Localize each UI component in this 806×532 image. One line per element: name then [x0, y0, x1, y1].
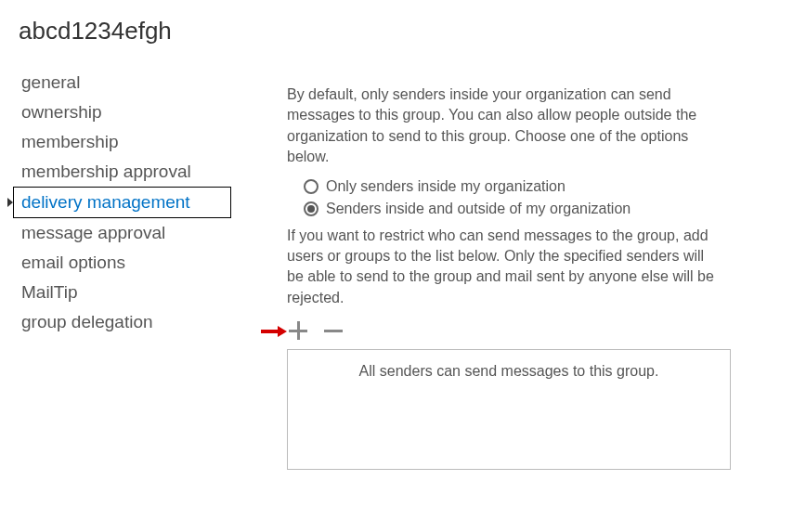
sidebar-item-message-approval[interactable]: message approval: [13, 218, 231, 248]
sidebar-item-membership[interactable]: membership: [13, 127, 231, 157]
sidebar-item-label: ownership: [21, 102, 102, 123]
sidebar-item-label: membership approval: [21, 162, 191, 182]
sidebar-item-label: group delegation: [21, 312, 153, 332]
senders-toolbar: [287, 319, 723, 342]
sidebar-item-label: delivery management: [21, 192, 190, 213]
radio-label: Senders inside and outside of my organiz…: [326, 201, 630, 217]
sidebar-item-label: email options: [21, 253, 125, 273]
senders-listbox[interactable]: All senders can send messages to this gr…: [287, 349, 731, 470]
sidebar-item-group-delegation[interactable]: group delegation: [13, 307, 231, 337]
page-title: abcd1234efgh: [0, 0, 806, 58]
main-container: general ownership membership membership …: [0, 58, 806, 470]
sidebar-item-membership-approval[interactable]: membership approval: [13, 157, 231, 187]
sidebar-item-general[interactable]: general: [13, 68, 231, 97]
svg-marker-0: [261, 326, 287, 337]
radio-inside-and-outside[interactable]: Senders inside and outside of my organiz…: [287, 198, 723, 220]
sidebar: general ownership membership membership …: [13, 58, 231, 470]
radio-icon: [304, 201, 318, 216]
radio-icon: [304, 179, 318, 194]
sidebar-item-mailtip[interactable]: MailTip: [13, 278, 231, 307]
caret-right-icon: [7, 198, 13, 207]
annotation-arrow-icon: [261, 326, 287, 337]
minus-icon: [324, 321, 343, 340]
remove-sender-button[interactable]: [322, 319, 344, 342]
sidebar-item-delivery-management[interactable]: delivery management: [13, 187, 231, 218]
intro-text: By default, only senders inside your org…: [287, 84, 723, 168]
sidebar-item-label: message approval: [21, 223, 165, 243]
plus-icon: [289, 321, 307, 340]
sidebar-item-label: membership: [21, 132, 119, 152]
add-sender-button[interactable]: [287, 319, 309, 342]
restrict-text: If you want to restrict who can send mes…: [287, 226, 723, 309]
radio-selected-dot: [307, 205, 315, 213]
sidebar-item-label: general: [21, 72, 80, 93]
radio-label: Only senders inside my organization: [326, 178, 566, 195]
sidebar-item-label: MailTip: [21, 282, 78, 303]
content-panel: By default, only senders inside your org…: [231, 58, 751, 470]
radio-only-inside[interactable]: Only senders inside my organization: [287, 175, 723, 198]
senders-placeholder-text: All senders can send messages to this gr…: [359, 363, 659, 379]
sidebar-item-ownership[interactable]: ownership: [13, 97, 231, 127]
sidebar-item-email-options[interactable]: email options: [13, 248, 231, 278]
